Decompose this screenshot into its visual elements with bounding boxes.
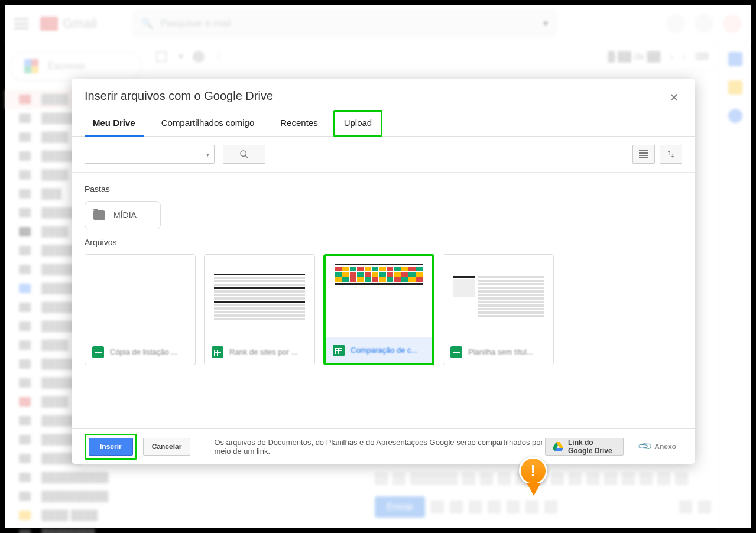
footer-message: Os arquivos do Documentos, do Planilhas … xyxy=(214,438,545,456)
file-preview xyxy=(326,256,432,337)
list-view-icon[interactable] xyxy=(632,145,655,164)
modal-title: Inserir arquivos com o Google Drive xyxy=(85,89,273,103)
sort-icon[interactable] xyxy=(660,145,682,164)
file-item[interactable]: Cópia de listação ... xyxy=(85,254,196,365)
svg-rect-5 xyxy=(639,157,648,158)
file-preview xyxy=(85,255,195,339)
picker-search-input[interactable] xyxy=(85,145,215,164)
callout-marker: ! xyxy=(519,457,549,504)
file-item[interactable]: Planilha sem títul... xyxy=(443,254,554,365)
svg-point-0 xyxy=(241,151,246,156)
paperclip-icon: 📎 xyxy=(637,438,654,455)
attachment-button[interactable]: 📎 Anexo xyxy=(633,438,682,456)
sheets-icon xyxy=(333,344,345,356)
sheets-icon xyxy=(450,346,462,358)
svg-line-1 xyxy=(245,155,248,158)
file-item-selected[interactable]: Comparação de c... xyxy=(323,254,434,365)
sheets-icon xyxy=(92,346,104,358)
file-preview xyxy=(205,255,314,339)
drive-icon xyxy=(553,442,563,451)
files-label: Arquivos xyxy=(85,238,682,247)
svg-rect-4 xyxy=(639,155,648,156)
tab-upload[interactable]: Upload xyxy=(336,112,381,136)
modal-toolbar xyxy=(72,136,695,173)
folder-item[interactable]: MÍDIA xyxy=(85,201,161,229)
modal-content: Pastas MÍDIA Arquivos Cópia de listação … xyxy=(72,173,695,428)
drive-link-button[interactable]: Link do Google Drive xyxy=(545,438,624,456)
file-item[interactable]: Rank de sites por ... xyxy=(204,254,315,365)
file-preview xyxy=(443,255,553,339)
folder-icon xyxy=(93,210,105,220)
svg-rect-3 xyxy=(639,152,648,154)
insert-highlight: Inserir xyxy=(85,434,137,460)
svg-rect-2 xyxy=(639,150,648,151)
modal-tabs: Meu Drive Compartilhados comigo Recentes… xyxy=(72,112,695,136)
modal-header: Inserir arquivos com o Google Drive ✕ xyxy=(72,79,695,112)
drive-picker-modal: Inserir arquivos com o Google Drive ✕ Me… xyxy=(72,79,695,464)
tab-my-drive[interactable]: Meu Drive xyxy=(85,112,144,136)
close-icon[interactable]: ✕ xyxy=(666,89,682,106)
folders-list: MÍDIA xyxy=(85,201,682,229)
sheets-icon xyxy=(212,346,223,358)
tab-shared[interactable]: Compartilhados comigo xyxy=(153,112,263,136)
cancel-button[interactable]: Cancelar xyxy=(143,438,191,456)
folders-label: Pastas xyxy=(85,184,682,194)
modal-footer: Inserir Cancelar Os arquivos do Document… xyxy=(72,428,695,464)
files-grid: Cópia de listação ... xyxy=(85,254,682,365)
tab-recent[interactable]: Recentes xyxy=(272,112,326,136)
insert-button[interactable]: Inserir xyxy=(89,438,133,456)
picker-search-button[interactable] xyxy=(223,145,265,164)
